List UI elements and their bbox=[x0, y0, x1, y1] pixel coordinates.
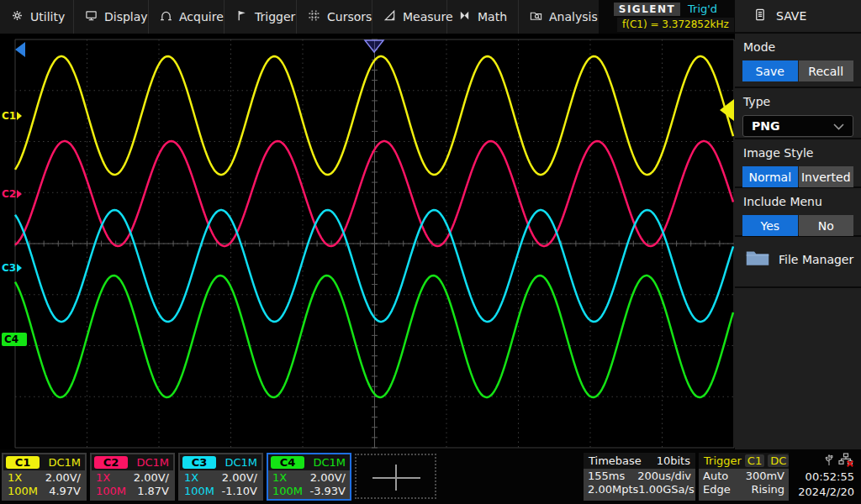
menu-item-trigger[interactable]: Trigger bbox=[224, 0, 297, 34]
menu-item-cursors[interactable]: Cursors bbox=[297, 0, 372, 34]
set-square-icon bbox=[383, 9, 396, 24]
scale-value: 2.00V/ bbox=[222, 471, 257, 485]
panel-title: SAVE bbox=[776, 9, 806, 23]
timebase-delay: 155ms bbox=[588, 470, 625, 483]
sample-rate: 1.00GSa/s bbox=[638, 483, 694, 496]
right-arrow-icon bbox=[17, 112, 22, 120]
menu-item-measure[interactable]: Measure bbox=[372, 0, 447, 34]
right-arrow-icon bbox=[19, 335, 24, 344]
bowtie-icon bbox=[458, 9, 471, 24]
probe-value: 1X bbox=[184, 471, 198, 485]
channel-box-c1[interactable]: C1 DC1M 1X2.00V/ 100M4.97V bbox=[2, 453, 87, 501]
menu-item-label: Measure bbox=[403, 10, 453, 24]
file-manager-button[interactable]: File Manager bbox=[735, 237, 861, 270]
menu-item-display[interactable]: Display bbox=[74, 0, 149, 34]
type-section: Type PNG bbox=[735, 88, 861, 139]
timebase-scale: 200us/div bbox=[637, 470, 691, 483]
channel-badge: C4 bbox=[271, 456, 304, 469]
menu-bar: Utility Display Acquire Trigger Cursors … bbox=[0, 0, 735, 34]
channel-marker-c4[interactable]: C4 bbox=[2, 333, 27, 346]
chevron-down-icon bbox=[833, 119, 844, 133]
trigger-source-badge: C1 bbox=[745, 454, 764, 467]
include-menu-label: Include Menu bbox=[735, 188, 861, 208]
folder-icon bbox=[745, 249, 770, 270]
lan-disconnected-icon bbox=[838, 453, 854, 470]
scale-value: 2.00V/ bbox=[310, 471, 346, 485]
status-area: SIGLENT Trig'd f(C1) = 3.372852kHz bbox=[599, 0, 735, 34]
frequency-readout: f(C1) = 3.372852kHz bbox=[617, 18, 734, 32]
clock-box: 00:52:55 2024/2/20 bbox=[794, 453, 858, 501]
status-bar: C1 DC1M 1X2.00V/ 100M4.97V C2 DC1M 1X2.0… bbox=[0, 449, 861, 504]
channel-box-c2[interactable]: C2 DC1M 1X2.00V/ 100M1.87V bbox=[90, 453, 175, 501]
trigger-box[interactable]: Trigger C1 DC Auto300mV EdgeRising bbox=[699, 453, 789, 501]
type-label: Type bbox=[735, 88, 861, 108]
document-icon bbox=[753, 8, 766, 24]
menu-item-acquire[interactable]: Acquire bbox=[149, 0, 224, 34]
menu-item-analysis[interactable]: Analysis bbox=[519, 0, 599, 34]
file-manager-section: File Manager bbox=[735, 237, 861, 288]
offset-value: -3.93V bbox=[309, 485, 346, 498]
include-menu-section: Include Menu Yes No bbox=[735, 188, 861, 237]
gear-icon bbox=[11, 9, 24, 24]
offset-value: 1.87V bbox=[137, 485, 169, 498]
menu-item-label: Trigger bbox=[255, 10, 295, 24]
clock-date: 2024/2/20 bbox=[794, 485, 854, 500]
channel-marker-c1[interactable]: C1 bbox=[2, 109, 22, 123]
panel-header: SAVE bbox=[735, 0, 861, 34]
adc-bits: 10bits bbox=[657, 454, 690, 467]
save-menu-panel: SAVE Mode Save Recall Type PNG Image Sty… bbox=[735, 0, 861, 504]
trigger-slope: Rising bbox=[751, 483, 784, 496]
mode-section: Mode Save Recall bbox=[735, 34, 861, 88]
right-arrow-icon bbox=[17, 190, 22, 198]
channel-box-c4[interactable]: C4 DC1M 1X2.00V/ 100M-3.93V bbox=[267, 453, 351, 501]
usb-icon bbox=[823, 453, 835, 470]
file-type-dropdown[interactable]: PNG bbox=[742, 115, 853, 137]
inverted-button[interactable]: Inverted bbox=[799, 166, 854, 187]
scale-value: 2.00V/ bbox=[45, 471, 81, 485]
bandwidth-value: 100M bbox=[184, 485, 214, 498]
coupling-value: DC1M bbox=[48, 456, 81, 469]
flag-icon bbox=[235, 9, 248, 24]
normal-button[interactable]: Normal bbox=[742, 166, 798, 187]
save-button[interactable]: Save bbox=[742, 60, 798, 81]
trigger-status-badge: Trig'd bbox=[688, 3, 717, 15]
trigger-coupling-badge: DC bbox=[768, 454, 789, 467]
yes-button[interactable]: Yes bbox=[742, 215, 798, 236]
channel-badge: C1 bbox=[6, 456, 40, 469]
timebase-box[interactable]: Timebase 10bits 155ms200us/div 2.00Mpts1… bbox=[584, 453, 695, 501]
memory-depth: 2.00Mpts bbox=[588, 483, 638, 496]
recall-button[interactable]: Recall bbox=[799, 60, 854, 81]
channel-marker-c3[interactable]: C3 bbox=[2, 261, 22, 275]
bandwidth-value: 100M bbox=[8, 485, 38, 498]
trigger-delay-indicator[interactable] bbox=[15, 42, 25, 57]
menu-item-label: Analysis bbox=[549, 10, 598, 24]
bandwidth-value: 100M bbox=[272, 485, 303, 498]
menu-item-label: Display bbox=[104, 10, 148, 24]
image-style-label: Image Style bbox=[735, 139, 861, 160]
trigger-level: 300mV bbox=[746, 470, 784, 483]
channel-badge: C3 bbox=[182, 456, 216, 469]
waveform-display[interactable]: C1C2C3C4 bbox=[0, 34, 735, 449]
menu-item-utility[interactable]: Utility bbox=[0, 0, 74, 34]
empty-channel-slot[interactable] bbox=[355, 454, 436, 499]
waveform-plot bbox=[0, 34, 735, 449]
probe-value: 1X bbox=[8, 471, 22, 485]
menu-item-label: Math bbox=[478, 10, 507, 24]
crosshair-grid-icon bbox=[308, 9, 320, 24]
image-style-section: Image Style Normal Inverted bbox=[735, 139, 861, 188]
arch-icon bbox=[160, 9, 172, 24]
menu-item-math[interactable]: Math bbox=[447, 0, 519, 34]
menu-item-label: Utility bbox=[30, 10, 65, 24]
menu-item-label: Acquire bbox=[179, 10, 224, 24]
no-button[interactable]: No bbox=[799, 215, 854, 236]
channel-marker-c2[interactable]: C2 bbox=[2, 187, 22, 201]
clock-time: 00:52:55 bbox=[794, 470, 854, 485]
trigger-mode: Auto bbox=[703, 470, 728, 483]
bandwidth-value: 100M bbox=[96, 485, 126, 498]
menu-item-label: Cursors bbox=[327, 10, 372, 24]
coupling-value: DC1M bbox=[136, 456, 169, 469]
coupling-value: DC1M bbox=[224, 456, 257, 469]
trigger-position-indicator[interactable] bbox=[365, 40, 383, 52]
scale-value: 2.00V/ bbox=[134, 471, 169, 485]
channel-box-c3[interactable]: C3 DC1M 1X2.00V/ 100M-1.10V bbox=[178, 453, 263, 501]
